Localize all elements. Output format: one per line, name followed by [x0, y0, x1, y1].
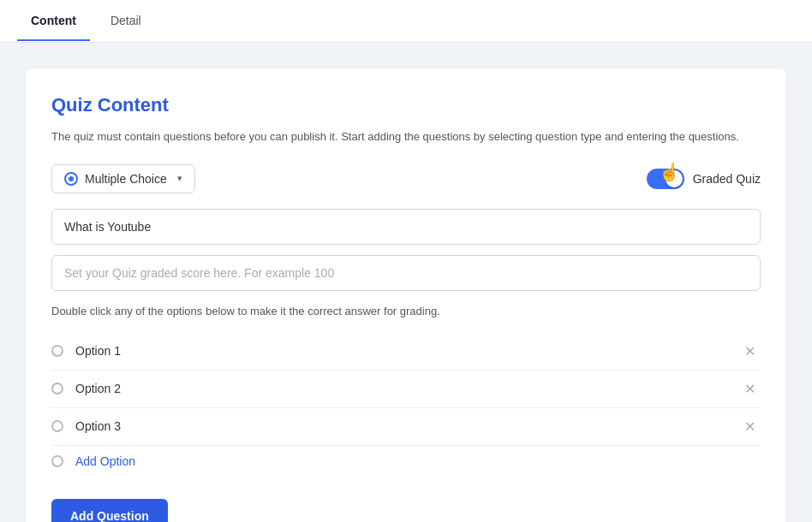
option-row-3: Option 3 ✕ [51, 408, 761, 446]
section-title: Quiz Content [51, 94, 761, 116]
main-content: Quiz Content The quiz must contain quest… [0, 43, 812, 522]
option-delete-3[interactable]: ✕ [739, 417, 761, 436]
option-label-3[interactable]: Option 3 [75, 419, 739, 433]
question-type-dropdown[interactable]: Multiple Choice ▾ [51, 164, 195, 193]
option-radio-3 [51, 420, 63, 432]
chevron-down-icon: ▾ [177, 173, 182, 184]
graded-quiz-label: Graded Quiz [693, 172, 761, 186]
content-card: Quiz Content The quiz must contain quest… [26, 68, 786, 522]
add-option-row[interactable]: Add Option [51, 446, 761, 477]
tab-content[interactable]: Content [17, 2, 90, 41]
graded-quiz-row: ☝ Graded Quiz [647, 169, 761, 189]
option-label-1[interactable]: Option 1 [75, 344, 739, 358]
options-list: Option 1 ✕ Option 2 ✕ Option 3 ✕ [51, 333, 761, 477]
option-row-2: Option 2 ✕ [51, 371, 761, 408]
option-delete-1[interactable]: ✕ [739, 341, 761, 361]
page-wrapper: Content Detail Quiz Content The quiz mus… [0, 0, 812, 522]
description-text: The quiz must contain questions before y… [51, 128, 761, 145]
graded-quiz-toggle[interactable]: ☝ [647, 169, 684, 189]
option-label-2[interactable]: Option 2 [75, 382, 739, 395]
option-delete-2[interactable]: ✕ [739, 379, 761, 399]
add-question-button[interactable]: Add Question [51, 499, 168, 523]
add-option-label: Add Option [75, 454, 135, 468]
option-radio-2 [51, 383, 63, 394]
tab-detail[interactable]: Detail [97, 2, 155, 41]
question-type-label: Multiple Choice [85, 172, 167, 186]
add-option-radio [51, 455, 63, 467]
question-input[interactable] [51, 209, 761, 245]
score-input[interactable] [51, 255, 761, 291]
option-row-1: Option 1 ✕ [51, 333, 761, 371]
multiple-choice-icon [64, 172, 78, 186]
toggle-track [647, 169, 684, 189]
instructions-text: Double click any of the options below to… [51, 305, 761, 317]
toolbar-row: Multiple Choice ▾ ☝ Graded Quiz [51, 164, 761, 193]
top-tabs: Content Detail [0, 0, 812, 43]
toggle-thumb [666, 170, 683, 187]
option-radio-1 [51, 345, 63, 357]
